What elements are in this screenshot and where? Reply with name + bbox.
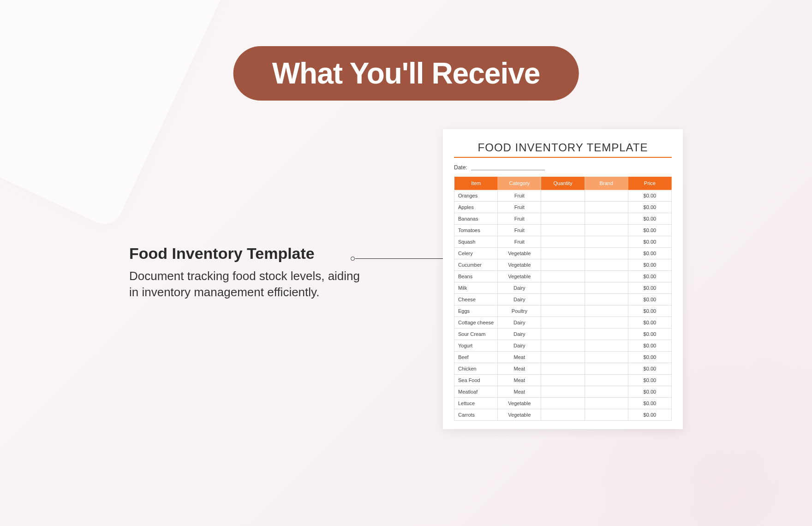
cell-item: Bananas [454,213,498,225]
connector [351,257,443,257]
cell-item: Lettuce [454,398,498,409]
cell-category: Fruit [498,225,541,236]
cell-quantity [541,236,585,248]
cell-price: $0.00 [628,340,671,352]
cell-category: Vegetable [498,259,541,271]
cell-brand [585,236,628,248]
table-row: BeefMeat$0.00 [454,352,672,363]
document-preview: FOOD INVENTORY TEMPLATE Date: Item Categ… [443,129,683,429]
cell-category: Vegetable [498,248,541,259]
cell-category: Vegetable [498,409,541,421]
table-row: ChickenMeat$0.00 [454,363,672,375]
table-row: LettuceVegetable$0.00 [454,398,672,409]
table-row: OrangesFruit$0.00 [454,190,672,202]
cell-brand [585,352,628,363]
cell-item: Cucumber [454,259,498,271]
table-header-row: Item Category Quantity Brand Price [454,177,672,190]
description-block: Food Inventory Template Document trackin… [129,245,369,300]
cell-quantity [541,259,585,271]
connector-line [355,258,443,259]
cell-category: Poultry [498,305,541,317]
date-row: Date: [454,164,672,171]
cell-price: $0.00 [628,213,671,225]
table-row: CarrotsVegetable$0.00 [454,409,672,421]
cell-item: Carrots [454,409,498,421]
cell-brand [585,213,628,225]
cell-brand [585,294,628,305]
cell-item: Beef [454,352,498,363]
cell-quantity [541,271,585,282]
table-row: Sea FoodMeat$0.00 [454,375,672,386]
cell-price: $0.00 [628,236,671,248]
cell-price: $0.00 [628,202,671,213]
cell-quantity [541,398,585,409]
cell-price: $0.00 [628,305,671,317]
table-row: BananasFruit$0.00 [454,213,672,225]
table-row: BeansVegetable$0.00 [454,271,672,282]
cell-price: $0.00 [628,329,671,340]
description-text: Document tracking food stock levels, aid… [129,268,369,300]
cell-quantity [541,409,585,421]
cell-quantity [541,213,585,225]
cell-category: Dairy [498,282,541,294]
cell-item: Chicken [454,363,498,375]
cell-item: Squash [454,236,498,248]
cell-item: Oranges [454,190,498,202]
cell-price: $0.00 [628,248,671,259]
cell-quantity [541,340,585,352]
cell-brand [585,271,628,282]
table-row: YogurtDairy$0.00 [454,340,672,352]
cell-item: Apples [454,202,498,213]
cell-brand [585,398,628,409]
cell-brand [585,190,628,202]
cell-brand [585,202,628,213]
table-row: CucumberVegetable$0.00 [454,259,672,271]
document-title: FOOD INVENTORY TEMPLATE [454,141,672,154]
col-item: Item [454,177,498,190]
date-underline [471,165,545,170]
cell-brand [585,409,628,421]
cell-category: Meat [498,375,541,386]
table-row: MeatloafMeat$0.00 [454,386,672,398]
cell-price: $0.00 [628,225,671,236]
cell-item: Eggs [454,305,498,317]
col-price: Price [628,177,671,190]
cell-brand [585,329,628,340]
cell-category: Dairy [498,317,541,329]
cell-category: Dairy [498,340,541,352]
cell-brand [585,375,628,386]
table-row: ApplesFruit$0.00 [454,202,672,213]
connector-dot-icon [351,257,355,261]
cell-brand [585,363,628,375]
cell-price: $0.00 [628,317,671,329]
cell-category: Fruit [498,213,541,225]
table-row: SquashFruit$0.00 [454,236,672,248]
description-title: Food Inventory Template [129,245,369,263]
cell-quantity [541,202,585,213]
table-row: Sour CreamDairy$0.00 [454,329,672,340]
cell-quantity [541,329,585,340]
cell-category: Dairy [498,294,541,305]
cell-category: Vegetable [498,398,541,409]
table-row: Cottage cheeseDairy$0.00 [454,317,672,329]
cell-category: Vegetable [498,271,541,282]
inventory-table: Item Category Quantity Brand Price Orang… [454,176,672,421]
cell-price: $0.00 [628,375,671,386]
table-row: TomatoesFruit$0.00 [454,225,672,236]
cell-brand [585,225,628,236]
cell-quantity [541,317,585,329]
cell-item: Cheese [454,294,498,305]
cell-item: Celery [454,248,498,259]
cell-quantity [541,282,585,294]
cell-quantity [541,294,585,305]
cell-category: Fruit [498,236,541,248]
cell-brand [585,340,628,352]
cell-category: Meat [498,352,541,363]
cell-price: $0.00 [628,282,671,294]
cell-category: Meat [498,363,541,375]
cell-price: $0.00 [628,294,671,305]
cell-item: Tomatoes [454,225,498,236]
cell-price: $0.00 [628,271,671,282]
cell-item: Meatloaf [454,386,498,398]
cell-brand [585,248,628,259]
